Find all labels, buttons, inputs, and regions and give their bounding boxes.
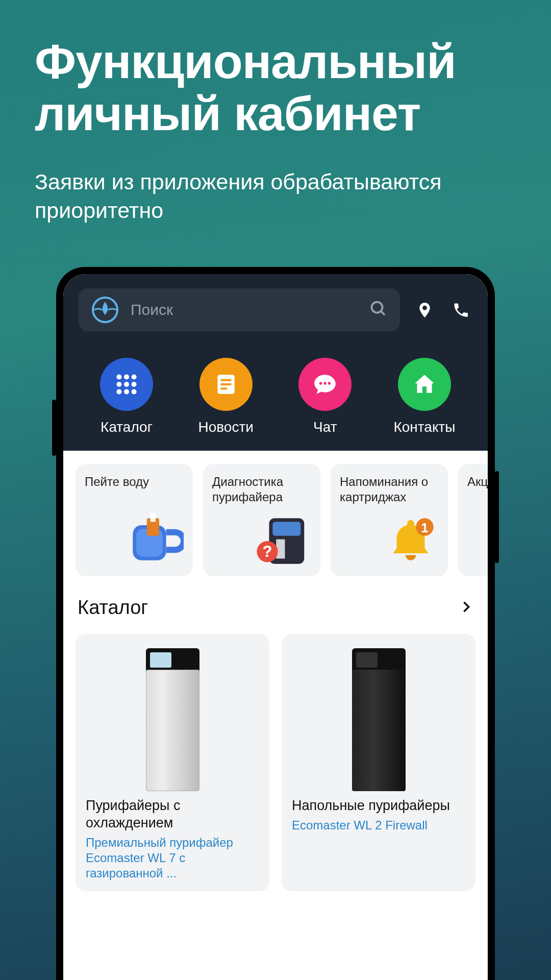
product-card[interactable]: Пурифайеры с охлаждением Премиальный пур…	[76, 634, 269, 891]
search-bar[interactable]: Поиск	[79, 288, 400, 331]
search-icon	[369, 300, 388, 320]
promo-subhead: Заявки из приложения обрабатываются прио…	[35, 168, 516, 225]
mug-icon	[128, 513, 184, 569]
app-screen: Поиск	[63, 274, 488, 980]
grid-icon	[100, 358, 153, 411]
product-subtitle: Премиальный пурифайер Ecomaster WL 7 с г…	[86, 835, 259, 881]
quicknav-catalog[interactable]: Каталог	[81, 358, 172, 435]
catalog-products-row: Пурифайеры с охлаждением Премиальный пур…	[63, 629, 488, 891]
quicknav-news[interactable]: Новости	[180, 358, 272, 435]
catalog-section-header[interactable]: Каталог	[63, 576, 488, 629]
quick-nav-row: Каталог Новости Чат	[79, 358, 472, 435]
tile-promos[interactable]: Акции	[458, 464, 488, 576]
product-image	[292, 643, 465, 791]
tile-reminders[interactable]: Напоминания о картриджах 1	[331, 464, 448, 576]
svg-line-2	[381, 311, 385, 315]
product-card[interactable]: Напольные пурифайеры Ecomaster WL 2 Fire…	[282, 634, 475, 891]
svg-point-4	[124, 374, 129, 379]
tile-title: Диагностика пурифайера	[212, 474, 311, 505]
quicknav-contacts[interactable]: Контакты	[379, 358, 470, 435]
svg-point-11	[132, 389, 137, 395]
svg-point-5	[132, 374, 137, 379]
svg-point-16	[319, 382, 322, 384]
location-icon[interactable]	[413, 299, 436, 322]
svg-text:?: ?	[263, 543, 272, 560]
home-icon	[398, 358, 451, 411]
svg-point-10	[124, 389, 129, 395]
promo-headline: Функциональный личный кабинет	[35, 36, 516, 139]
brand-logo-icon	[91, 296, 119, 324]
svg-rect-14	[220, 383, 231, 385]
quicknav-label: Каталог	[101, 419, 153, 435]
header-top-row: Поиск	[79, 288, 472, 331]
tile-drink-water[interactable]: Пейте воду	[76, 464, 193, 576]
search-placeholder: Поиск	[131, 301, 358, 318]
app-content: Пейте воду Диагностика пурифайера ?	[63, 451, 488, 980]
svg-rect-22	[151, 513, 156, 522]
phone-frame-wrap: Поиск	[35, 267, 516, 980]
app-header: Поиск	[63, 274, 488, 451]
promo-background: Функциональный личный кабинет Заявки из …	[0, 0, 551, 980]
svg-point-18	[328, 382, 331, 384]
svg-point-1	[372, 302, 383, 313]
section-title: Каталог	[78, 597, 148, 619]
bell-icon: 1	[383, 513, 439, 569]
svg-rect-24	[272, 522, 300, 536]
svg-point-17	[324, 382, 327, 384]
product-name: Напольные пурифайеры	[292, 797, 465, 815]
product-image	[86, 643, 259, 791]
tile-title: Напоминания о картриджах	[340, 474, 439, 505]
svg-text:1: 1	[421, 521, 428, 535]
svg-point-9	[116, 389, 121, 395]
quicknav-chat[interactable]: Чат	[279, 358, 371, 435]
phone-frame: Поиск	[56, 267, 495, 980]
product-name: Пурифайеры с охлаждением	[86, 797, 259, 832]
phone-icon[interactable]	[449, 299, 472, 322]
svg-point-3	[116, 374, 121, 379]
svg-rect-13	[220, 379, 231, 381]
quicknav-label: Новости	[198, 419, 253, 435]
feature-tiles-row[interactable]: Пейте воду Диагностика пурифайера ?	[63, 464, 488, 576]
tile-title: Акции	[467, 474, 488, 489]
svg-rect-15	[220, 387, 227, 389]
chat-icon	[298, 358, 352, 411]
tile-diagnostics[interactable]: Диагностика пурифайера ?	[203, 464, 320, 576]
svg-point-6	[116, 382, 121, 387]
device-question-icon: ?	[255, 513, 311, 569]
tile-title: Пейте воду	[85, 474, 184, 489]
doc-icon	[199, 358, 253, 411]
product-subtitle: Ecomaster WL 2 Firewall	[292, 818, 465, 833]
svg-point-7	[124, 382, 129, 387]
svg-point-8	[132, 382, 137, 387]
chevron-right-icon	[459, 600, 473, 616]
quicknav-label: Контакты	[393, 419, 455, 435]
quicknav-label: Чат	[313, 419, 337, 435]
